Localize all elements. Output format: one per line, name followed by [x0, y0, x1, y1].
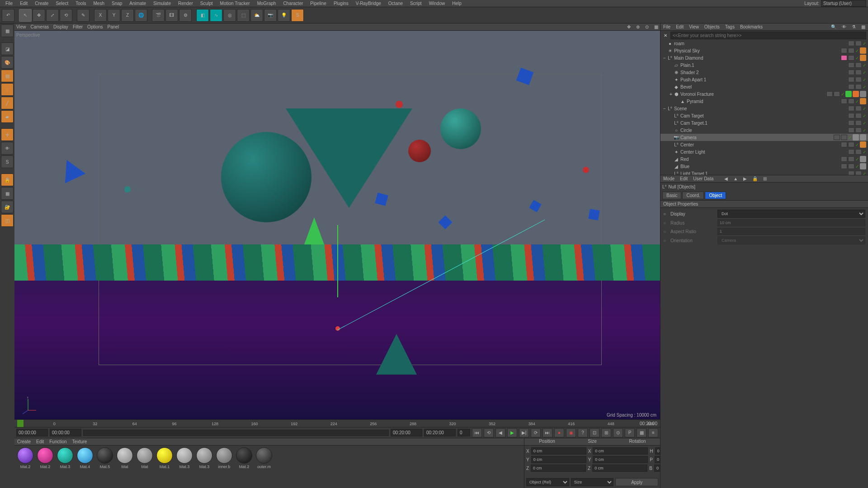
- viewport-nav-icon[interactable]: ✥: [627, 24, 631, 29]
- add-camera[interactable]: 📷: [264, 9, 277, 22]
- locked-workplane[interactable]: 🔒: [1, 174, 14, 186]
- menu-render[interactable]: Render: [175, 1, 197, 6]
- object-tag-icon[interactable]: [860, 163, 866, 169]
- enable-check-icon[interactable]: ✓: [863, 171, 866, 176]
- timeline-track[interactable]: [83, 430, 389, 436]
- play-button[interactable]: ▶: [507, 428, 517, 437]
- material-item[interactable]: Mat: [136, 447, 154, 469]
- object-name[interactable]: Voronoi Fracture: [680, 92, 826, 97]
- visibility-toggle[interactable]: [848, 70, 854, 75]
- om-menu-objects[interactable]: Objects: [704, 24, 720, 29]
- object-tag-icon[interactable]: [860, 98, 866, 104]
- material-menu-function[interactable]: Function: [49, 439, 66, 444]
- object-tag-icon[interactable]: [860, 91, 866, 97]
- object-name[interactable]: Light.Target.1: [680, 171, 847, 176]
- menu-character[interactable]: Character: [279, 1, 307, 6]
- time-start-field[interactable]: [16, 429, 48, 436]
- render-toggle[interactable]: [841, 135, 847, 140]
- select-tool[interactable]: ↖: [19, 9, 32, 22]
- render-toggle[interactable]: [855, 84, 862, 89]
- make-editable[interactable]: ▦: [1, 24, 14, 37]
- visibility-toggle[interactable]: [848, 120, 854, 126]
- object-name[interactable]: Scene: [674, 106, 847, 111]
- render-pv[interactable]: 🎞: [165, 9, 178, 22]
- timeline-playhead[interactable]: [17, 420, 24, 427]
- size-y-field[interactable]: [593, 456, 648, 463]
- attr-fwd-icon[interactable]: ▶: [743, 176, 747, 181]
- add-deformer[interactable]: ⬚: [237, 9, 250, 22]
- visibility-toggle[interactable]: [841, 156, 847, 162]
- tree-row[interactable]: −L°Main Diamond✓: [660, 54, 868, 61]
- viewport-layout-icon[interactable]: ▦: [654, 24, 658, 29]
- menu-plugins[interactable]: Plugins: [330, 1, 352, 6]
- pos-z-field[interactable]: [531, 465, 586, 472]
- object-name[interactable]: Center: [680, 142, 840, 147]
- object-name[interactable]: roam: [674, 41, 847, 46]
- attr-menu-mode[interactable]: Mode: [663, 176, 675, 181]
- tree-row[interactable]: L°Cam Target.1✓: [660, 119, 868, 127]
- visibility-toggle[interactable]: [848, 149, 854, 155]
- viewport[interactable]: Perspective: [14, 31, 660, 419]
- time-end-field[interactable]: [424, 429, 456, 436]
- frame-field[interactable]: [458, 429, 470, 436]
- object-name[interactable]: Circle: [680, 128, 847, 133]
- material-item[interactable]: Mat.3: [56, 447, 74, 469]
- visibility-toggle[interactable]: [841, 99, 847, 104]
- render-toggle[interactable]: [855, 77, 862, 82]
- material-item[interactable]: outer.m: [255, 447, 273, 469]
- move-tool[interactable]: ✥: [33, 9, 45, 22]
- object-tag-icon[interactable]: [845, 91, 852, 97]
- render-toggle[interactable]: [855, 113, 862, 118]
- add-cube[interactable]: ◧: [196, 9, 209, 22]
- undo-button[interactable]: ↶: [2, 9, 14, 22]
- enable-check-icon[interactable]: ✓: [855, 142, 859, 147]
- visibility-toggle[interactable]: [848, 127, 854, 133]
- view-menu-cameras[interactable]: Cameras: [31, 24, 49, 29]
- enable-check-icon[interactable]: ✓: [863, 70, 866, 75]
- render-toggle[interactable]: [855, 62, 862, 68]
- edge-mode[interactable]: ╱: [1, 97, 14, 109]
- material-item[interactable]: Mat.2: [235, 447, 253, 469]
- key-pla-button[interactable]: ▦: [637, 428, 646, 437]
- object-tag-icon[interactable]: [860, 47, 866, 54]
- visibility-toggle[interactable]: [848, 84, 854, 89]
- render-toggle[interactable]: [855, 127, 862, 133]
- attr-tab-basic[interactable]: Basic: [662, 192, 681, 199]
- menu-snap[interactable]: Snap: [108, 1, 126, 6]
- add-environment[interactable]: ⛅: [250, 9, 263, 22]
- key-param-button[interactable]: P: [625, 428, 635, 437]
- viewport-solo[interactable]: 👁: [1, 142, 14, 155]
- render-toggle[interactable]: [848, 99, 854, 104]
- snap-toggle[interactable]: S: [1, 155, 14, 168]
- visibility-toggle[interactable]: [834, 135, 840, 140]
- recent-tool[interactable]: ✎: [77, 9, 90, 22]
- menu-help[interactable]: Help: [448, 1, 465, 6]
- enable-check-icon[interactable]: ✓: [863, 41, 866, 46]
- attr-menu-user-data[interactable]: User Data: [693, 176, 713, 181]
- object-name[interactable]: Shader 2: [680, 70, 847, 75]
- locked-mode[interactable]: 🔐: [1, 201, 14, 213]
- rotate-tool[interactable]: ⟲: [60, 9, 72, 22]
- goto-end-button[interactable]: ⏭: [542, 428, 552, 437]
- view-menu-options[interactable]: Options: [87, 24, 103, 29]
- object-name[interactable]: Cam Target: [680, 113, 847, 118]
- material-menu-edit[interactable]: Edit: [36, 439, 44, 444]
- menu-file[interactable]: File: [2, 1, 16, 6]
- world-toggle[interactable]: 🌐: [135, 9, 147, 22]
- render-toggle[interactable]: [855, 120, 862, 126]
- material-item[interactable]: Mat.3: [175, 447, 193, 469]
- anim-dot-icon[interactable]: ○: [663, 229, 669, 234]
- enable-check-icon[interactable]: ✓: [863, 84, 866, 89]
- object-tag-icon[interactable]: [853, 134, 859, 141]
- render-view[interactable]: 🎬: [152, 9, 165, 22]
- poly-mode[interactable]: ▰: [1, 110, 14, 123]
- anim-dot-icon[interactable]: ○: [663, 211, 669, 216]
- coords-apply-button[interactable]: Apply: [615, 478, 658, 486]
- planar-workplane[interactable]: ▦: [1, 187, 14, 200]
- axis-mode[interactable]: ✛: [1, 128, 14, 141]
- om-menu-bookmarks[interactable]: Bookmarks: [740, 24, 763, 29]
- anim-dot-icon[interactable]: ○: [663, 221, 669, 225]
- tree-row[interactable]: ◆Bevel✓: [660, 83, 868, 90]
- record-button[interactable]: ●: [554, 428, 564, 437]
- tree-row[interactable]: ▲Pyramid✓: [660, 98, 868, 105]
